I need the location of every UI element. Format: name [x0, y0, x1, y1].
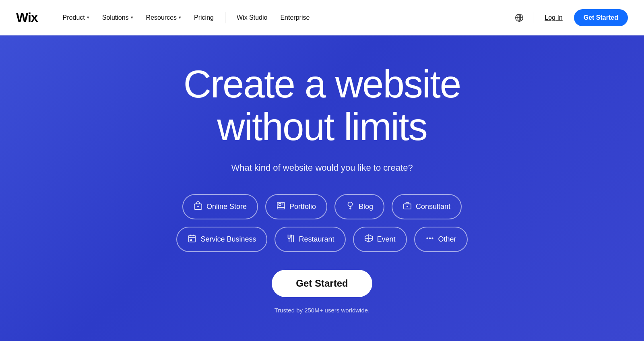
type-restaurant[interactable]: Restaurant [275, 227, 345, 252]
type-consultant-label: Consultant [416, 203, 450, 211]
type-other-label: Other [438, 235, 456, 244]
nav-solutions-label: Solutions [102, 14, 129, 21]
website-types-row-1: Online Store Portfolio [176, 194, 467, 219]
nav-right-divider [533, 12, 533, 23]
type-service-business-label: Service Business [200, 235, 256, 244]
hero-title: Create a website without limits [141, 63, 503, 148]
website-types-container: Online Store Portfolio [176, 194, 467, 252]
nav-solutions[interactable]: Solutions ▾ [97, 11, 139, 25]
nav-pricing-label: Pricing [194, 14, 214, 21]
type-portfolio[interactable]: Portfolio [265, 194, 327, 219]
chevron-down-icon: ▾ [87, 15, 89, 20]
hero-get-started-button[interactable]: Get Started [272, 270, 372, 297]
portfolio-icon [277, 201, 285, 212]
type-blog[interactable]: Blog [334, 194, 384, 219]
nav-resources-label: Resources [146, 14, 177, 21]
svg-point-28 [432, 238, 433, 239]
restaurant-icon [286, 234, 295, 245]
type-portfolio-label: Portfolio [289, 203, 316, 211]
online-store-icon [194, 201, 202, 212]
svg-rect-20 [190, 239, 192, 240]
type-online-store-label: Online Store [206, 203, 247, 211]
chevron-down-icon: ▾ [179, 15, 181, 20]
nav-right: Log In Get Started [512, 9, 628, 26]
other-icon [425, 234, 434, 245]
svg-point-26 [427, 238, 428, 239]
nav-resources[interactable]: Resources ▾ [140, 11, 187, 25]
svg-rect-8 [279, 203, 281, 205]
login-button[interactable]: Log In [540, 11, 567, 25]
type-online-store[interactable]: Online Store [182, 194, 258, 219]
chevron-down-icon: ▾ [131, 15, 133, 20]
type-event[interactable]: Event [353, 227, 407, 252]
nav-enterprise-label: Enterprise [280, 14, 310, 21]
trusted-text: Trusted by 250M+ users worldwide. [275, 307, 370, 314]
svg-rect-16 [189, 235, 196, 242]
nav-product-label: Product [63, 14, 85, 21]
type-restaurant-label: Restaurant [299, 235, 334, 244]
navbar: Wix Product ▾ Solutions ▾ Resources ▾ Pr… [0, 0, 644, 35]
language-selector-button[interactable] [512, 10, 526, 25]
event-icon [364, 234, 373, 245]
hero-subtitle: What kind of website would you like to c… [231, 163, 413, 173]
consultant-icon [403, 201, 412, 212]
nav-product[interactable]: Product ▾ [57, 11, 95, 25]
type-event-label: Event [377, 235, 396, 244]
nav-wix-studio[interactable]: Wix Studio [231, 11, 273, 25]
nav-get-started-button[interactable]: Get Started [574, 9, 628, 26]
hero-section: Create a website without limits What kin… [0, 35, 644, 341]
type-consultant[interactable]: Consultant [392, 194, 462, 219]
wix-logo[interactable]: Wix [16, 10, 38, 25]
blog-icon [346, 201, 355, 212]
service-business-icon [188, 234, 196, 245]
nav-links: Product ▾ Solutions ▾ Resources ▾ Pricin… [57, 11, 512, 25]
website-types-row-2: Service Business Restaurant [176, 227, 467, 252]
nav-enterprise[interactable]: Enterprise [275, 11, 315, 25]
svg-point-27 [429, 238, 430, 239]
nav-pricing[interactable]: Pricing [188, 11, 219, 25]
nav-wix-studio-label: Wix Studio [237, 14, 267, 21]
nav-divider [225, 12, 225, 23]
type-blog-label: Blog [359, 203, 373, 211]
type-other[interactable]: Other [414, 227, 468, 252]
type-service-business[interactable]: Service Business [176, 227, 267, 252]
